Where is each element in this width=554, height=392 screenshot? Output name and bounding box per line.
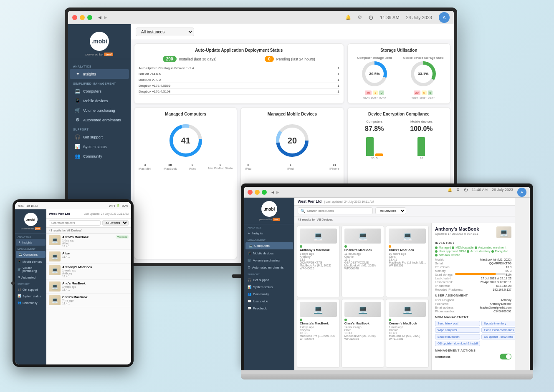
laptop-close[interactable] [248, 190, 253, 195]
action-flash-commands[interactable]: Flash listed commands [481, 327, 515, 333]
power-icon[interactable]: ⏻ [369, 15, 373, 20]
badge-datajar: dataJAR Defend [435, 254, 460, 256]
tablet-anthony-time: 1 week ago [62, 269, 129, 272]
mobile-bar-labels: 20 [410, 157, 433, 160]
tablet-item-thumb-chris: 💻 [49, 295, 61, 305]
laptop-sidebar-status[interactable]: 📊 System status [244, 284, 294, 291]
gear-icon[interactable]: ⚙ [358, 15, 362, 20]
laptop-device-anthony[interactable]: 💻 Anthony's MacBook 6 days ago Anthony 1… [297, 226, 340, 297]
tablet-sidebar-computers[interactable]: 💻 Computers [16, 251, 46, 258]
serial-label: Serial: [435, 262, 443, 265]
macpro-label: 0 Mac Pro/Mac Studio [208, 163, 233, 171]
tablet-sidebar-enrolments[interactable]: ⚙ Automated [15, 274, 46, 281]
sidebar-item-insights[interactable]: ✦ Insights [70, 69, 129, 79]
tablet-sidebar-mobile[interactable]: 📱 Mobile devices [15, 258, 46, 265]
sidebar-item-status[interactable]: 📊 System status [70, 142, 129, 151]
close-button[interactable] [72, 15, 77, 20]
tablet-sidebar-system-status[interactable]: 📊 System status [15, 293, 46, 299]
tablet-support-icon: 🎧 [18, 288, 21, 291]
laptop-sidebar-feedback[interactable]: 💬 Feedback [244, 305, 294, 312]
detail-actions: Send blank push Update inventory Wipe co… [435, 321, 511, 346]
action-os-update[interactable]: OS update - download & install [435, 341, 480, 346]
tablet-list-item[interactable]: 💻 Anu's MacBook 1 week ago 13.4.1 [46, 280, 131, 294]
laptop-results-bar: 43 results for 'All Devices' [294, 216, 515, 223]
restrictions-toggle[interactable] [500, 354, 511, 359]
laptop-sidebar-computers[interactable]: 💻 Computers [245, 242, 293, 249]
au-item-name-5: Dropbox v176.4.5108 [139, 90, 171, 93]
ipod-value: 1 [290, 163, 291, 167]
laptop-device-chrysta[interactable]: 💻 Chrysta's MacBook 2 days ago Chrysta 1… [297, 299, 340, 368]
laptop-device-charlie[interactable]: 💻 Charlie's MacBook 11 hours ago Charlie… [342, 226, 385, 297]
computers-bar-noncompliant [375, 153, 383, 156]
iphone-value: 11 [333, 163, 336, 167]
instance-select[interactable]: All instances [136, 28, 194, 36]
action-send-push[interactable]: Send blank push [435, 321, 480, 326]
action-bluetooth[interactable]: Enable bluetooth [435, 334, 480, 339]
action-os-update-dl[interactable]: OS update - download [481, 334, 515, 339]
laptop-device-conner[interactable]: 💻 Conner's MacBook 1 mins ago Connie 13.… [386, 299, 429, 368]
maximize-button[interactable] [87, 15, 92, 20]
sidebar-item-enrolments[interactable]: ⚙ Automated enrolments [70, 115, 129, 125]
m-label-90: 90%+ [428, 96, 435, 99]
tablet-sidebar-community[interactable]: 👥 Community [15, 299, 46, 306]
laptop-sidebar-enrolments[interactable]: ⚙ Automated enrolments [244, 264, 294, 271]
device-time-charlie: 11 hours ago [344, 252, 382, 255]
tablet-community-label: Community [23, 302, 37, 304]
laptop-bell-icon[interactable]: 🔔 [448, 188, 452, 197]
ipod-name: iPod [287, 167, 293, 171]
sidebar-item-computers[interactable]: 💻 Computers [70, 86, 129, 96]
laptop-sidebar-community[interactable]: 👥 Community [244, 291, 294, 298]
tablet-sidebar-get-support[interactable]: 🎧 Get support [15, 286, 46, 293]
pending-label: Pending (last 24 hours) [276, 57, 315, 61]
laptop-device-chris[interactable]: 💻 Chris's MacBook 10 hours ago Chris 13.… [386, 226, 429, 297]
laptop-sidebar-get-support[interactable]: 🎧 Get support [244, 276, 294, 284]
tablet-list-item[interactable]: 💻 Alfred's MacBook 1 day ago Alfred 13.4… [46, 234, 131, 250]
computers-label: Computers [83, 89, 101, 93]
laptop-maximize[interactable] [262, 190, 267, 195]
tablet-statusbar: 9:41 Tue 18 Jul WiFi 🔋 80% [15, 202, 131, 209]
pending-badge: 0 Pending (last 24 hours) [265, 56, 315, 62]
laptop-sidebar-mobile[interactable]: 📱 Mobile devices [244, 250, 294, 257]
laptop-gear-icon[interactable]: ⚙ [456, 188, 460, 197]
tablet-sidebar-volume[interactable]: 🛒 Volume purchasing [15, 265, 46, 274]
laptop-search-input[interactable] [307, 209, 370, 213]
tablet-search-input[interactable] [49, 220, 101, 226]
tablet-list-item[interactable]: 💻 Alixe 11.4.1 [46, 250, 131, 264]
laptop-power-icon[interactable]: ⏻ [464, 188, 468, 197]
sidebar-item-community[interactable]: 👥 Community [70, 151, 129, 161]
tablet-topbar: West Pier Ltd Last updated: 24 July 2023… [46, 209, 131, 219]
bell-icon[interactable]: 🔔 [345, 15, 351, 20]
sidebar-item-support[interactable]: 🎧 Get support [70, 132, 129, 142]
tablet-filter-select[interactable]: All Devices [102, 220, 129, 226]
computer-bar-values: 40 1 0 [352, 90, 397, 95]
tablet-list-item[interactable]: 💻 Anthony's MacBook 1 week ago Anthony 1… [46, 264, 131, 280]
mobile-bar-values: 20 0 0 [400, 90, 446, 95]
user-avatar[interactable]: A [439, 12, 450, 23]
laptop-device-clara[interactable]: 💻 Clara's MacBook 14 hours ago Clara 13.… [342, 299, 385, 368]
action-update-inventory[interactable]: Update inventory [481, 321, 515, 326]
tablet-main-content: West Pier Ltd Last updated: 24 July 2023… [46, 209, 131, 364]
laptop-avatar[interactable]: A [517, 188, 526, 197]
laptop-filter-select[interactable]: All Devices [375, 207, 406, 214]
laptop-device-img-chrysta: 💻 [300, 302, 337, 317]
laptop-sidebar-insights[interactable]: ✦ Insights [244, 230, 294, 237]
laptop-sidebar-volume[interactable]: 🛒 Volume purchasing [244, 257, 294, 264]
device-model-anthony: MacBook Air (M2, 2022) [300, 264, 337, 267]
laptop-sidebar-userguide[interactable]: 📖 User guide [244, 298, 294, 305]
action-wipe[interactable]: Wipe computer [435, 327, 480, 333]
tablet-sidebar-insights[interactable]: ✦ Insights [16, 239, 46, 246]
sidebar-item-volume[interactable]: 🛒 Volume purchasing [70, 106, 129, 115]
model-label: Model: [435, 258, 444, 261]
laptop-minimize[interactable] [255, 190, 260, 195]
tablet-list-item[interactable]: 💻 Chris's MacBook 7 hrs ago 13.4.1 [46, 294, 131, 307]
mobile-bar-red: 20 [414, 90, 420, 95]
device-user-anthony: Anthony [300, 255, 337, 258]
powered-by: powered by jamf [68, 53, 131, 56]
laptop-results-count: 43 results for 'All Devices' [298, 218, 333, 221]
minimize-button[interactable] [80, 15, 85, 20]
tablet-time: 9:41 [18, 204, 24, 207]
mobile-encrypt-label: Mobile devices [410, 120, 433, 123]
tablet-analytics-label: Analytics [15, 234, 46, 239]
sidebar-item-mobile[interactable]: 📱 Mobile devices [70, 96, 129, 106]
tablet-jamf: jamf [35, 227, 40, 230]
